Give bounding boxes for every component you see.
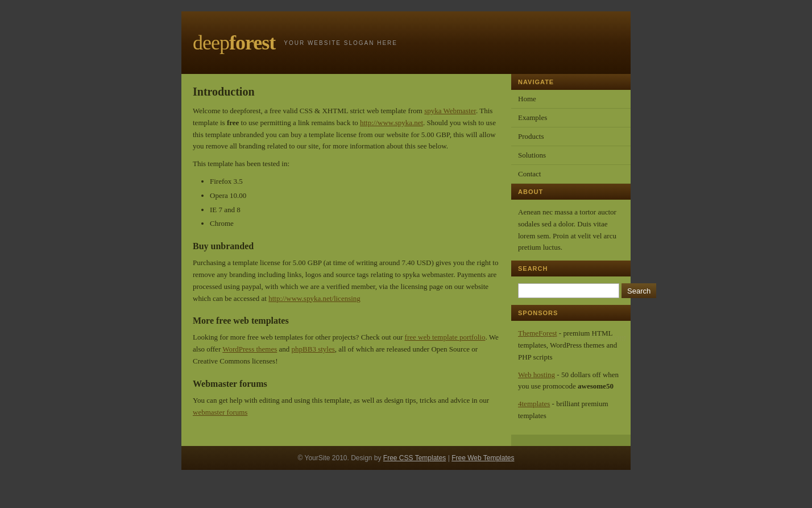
wordpress-link[interactable]: WordPress themes [222, 345, 277, 353]
free-templates-paragraph: Looking for more free web templates for … [193, 332, 500, 367]
main-content: www.thepermanwebsite.com Introduction We… [181, 74, 511, 446]
intro-text-mid2: to use permitting a link remains back to [239, 118, 360, 127]
logo-bold: forest [229, 31, 275, 54]
buy-heading: Buy unbranded [193, 241, 500, 251]
about-header: ABOUT [511, 184, 631, 200]
nav-link-solutions[interactable]: Solutions [511, 146, 631, 164]
browser-item: IE 7 and 8 [210, 204, 500, 216]
sponsor3-item: 4templates - brilliant premium templates [518, 398, 624, 422]
webmaster-text-start: You can get help with editing and using … [193, 396, 489, 404]
4templates-link[interactable]: 4templates [518, 399, 550, 408]
site-slogan: YOUR WEBSITE SLOGAN HERE [284, 40, 397, 46]
intro-free-bold: free [227, 118, 239, 127]
web-hosting-link[interactable]: Web hosting [518, 370, 555, 379]
search-form: Search [511, 276, 631, 305]
search-button[interactable]: Search [622, 283, 656, 298]
footer-separator: | [446, 454, 451, 462]
sponsors-content: ThemeForest - premium HTML templates, Wo… [511, 321, 631, 435]
sponsor1-item: ThemeForest - premium HTML templates, Wo… [518, 328, 624, 363]
browser-list: Firefox 3.5 Opera 10.00 IE 7 and 8 Chrom… [210, 176, 500, 230]
search-header: SEARCH [511, 261, 631, 276]
nav-item-home[interactable]: Home [511, 90, 631, 109]
browser-item: Firefox 3.5 [210, 176, 500, 188]
site-header: deepforest YOUR WEBSITE SLOGAN HERE [181, 11, 631, 74]
sponsor2-item: Web hosting - 50 dollars off when you us… [518, 369, 624, 393]
sponsors-section: SPONSORS ThemeForest - premium HTML temp… [511, 305, 631, 435]
nav-header: NAVIGATE [511, 74, 631, 90]
footer: © YourSite 2010. Design by Free CSS Temp… [181, 446, 631, 470]
about-text: Aenean nec massa a tortor auctor sodales… [518, 206, 624, 254]
logo-light: deep [193, 31, 229, 54]
webmaster-forums-link[interactable]: webmaster forums [193, 408, 247, 416]
nav-item-contact[interactable]: Contact [511, 165, 631, 184]
free-text-start: Looking for more free web templates for … [193, 333, 405, 341]
phpbb-link[interactable]: phpBB3 styles [292, 345, 335, 353]
footer-text-start: © YourSite 2010. Design by [298, 454, 383, 462]
nav-item-solutions[interactable]: Solutions [511, 146, 631, 165]
footer-web-link[interactable]: Free Web Templates [451, 454, 514, 462]
buy-paragraph: Purchasing a template license for 5.00 G… [193, 257, 500, 304]
promo-code: awesome50 [578, 382, 614, 390]
intro-paragraph-1: Welcome to deepforest, a free valid CSS … [193, 105, 500, 152]
browser-item: Chrome [210, 218, 500, 230]
nav-link-home[interactable]: Home [511, 90, 631, 108]
spyka-net-link[interactable]: http://www.spyka.net [360, 118, 423, 127]
intro-text-start: Welcome to deepforest, a free valid CSS … [193, 106, 424, 115]
nav-item-examples[interactable]: Examples [511, 109, 631, 127]
search-input[interactable] [518, 283, 619, 298]
content-wrapper: www.thepermanwebsite.com Introduction We… [181, 74, 631, 446]
webmaster-paragraph: You can get help with editing and using … [193, 395, 500, 419]
nav-link-contact[interactable]: Contact [511, 165, 631, 183]
site-logo: deepforest [193, 31, 275, 55]
portfolio-link[interactable]: free web template portfolio [405, 333, 486, 341]
about-section: ABOUT Aenean nec massa a tortor auctor s… [511, 184, 631, 261]
footer-css-link[interactable]: Free CSS Templates [383, 454, 446, 462]
themeforest-link[interactable]: ThemeForest [518, 329, 557, 337]
intro-tested-label: This template has been tested in: [193, 158, 500, 170]
nav-section: NAVIGATE Home Examples Products Solution… [511, 74, 631, 184]
browser-item: Opera 10.00 [210, 190, 500, 202]
sidebar-nav: Home Examples Products Solutions Contact [511, 90, 631, 184]
search-section: SEARCH Search [511, 261, 631, 305]
nav-item-products[interactable]: Products [511, 127, 631, 146]
spyka-link[interactable]: spyka Webmaster [424, 106, 476, 115]
nav-link-products[interactable]: Products [511, 127, 631, 146]
free-templates-heading: More free web templates [193, 316, 500, 326]
sponsors-header: SPONSORS [511, 305, 631, 321]
nav-link-examples[interactable]: Examples [511, 109, 631, 127]
free-text-mid2: and [277, 345, 291, 353]
webmaster-heading: Webmaster forums [193, 379, 500, 389]
sidebar: NAVIGATE Home Examples Products Solution… [511, 74, 631, 446]
intro-heading: Introduction [193, 85, 500, 98]
about-content: Aenean nec massa a tortor auctor sodales… [511, 200, 631, 261]
buy-link[interactable]: http://www.spyka.net/licensing [268, 294, 361, 303]
